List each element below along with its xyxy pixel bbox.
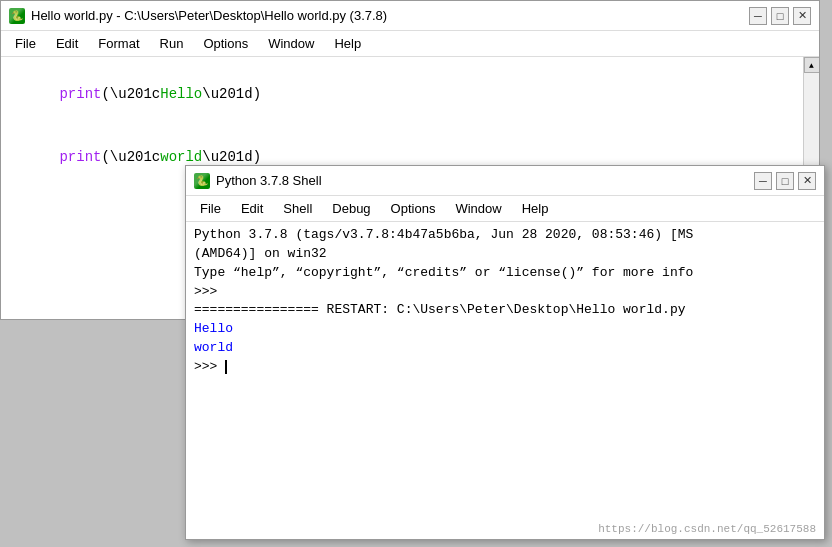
editor-menu-options[interactable]: Options bbox=[193, 33, 258, 54]
shell-menu-shell[interactable]: Shell bbox=[273, 198, 322, 219]
code-close-2: \u201d) bbox=[202, 149, 261, 165]
shell-maximize-button[interactable]: □ bbox=[776, 172, 794, 190]
shell-menu-window[interactable]: Window bbox=[445, 198, 511, 219]
shell-menu-help[interactable]: Help bbox=[512, 198, 559, 219]
close-button[interactable]: ✕ bbox=[793, 7, 811, 25]
shell-menu-file[interactable]: File bbox=[190, 198, 231, 219]
editor-menu-window[interactable]: Window bbox=[258, 33, 324, 54]
scrollbar-up-arrow[interactable]: ▲ bbox=[804, 57, 820, 73]
shell-menu-options[interactable]: Options bbox=[381, 198, 446, 219]
shell-output-line-3: Type “help”, “copyright”, “credits” or “… bbox=[194, 264, 816, 283]
shell-title-group: 🐍 Python 3.7.8 Shell bbox=[194, 173, 322, 189]
shell-window: 🐍 Python 3.7.8 Shell ─ □ ✕ File Edit She… bbox=[185, 165, 825, 540]
shell-menu-edit[interactable]: Edit bbox=[231, 198, 273, 219]
editor-menu-help[interactable]: Help bbox=[324, 33, 371, 54]
editor-menubar: File Edit Format Run Options Window Help bbox=[1, 31, 819, 57]
shell-prompt-1: >>> bbox=[194, 283, 816, 302]
shell-titlebar: 🐍 Python 3.7.8 Shell ─ □ ✕ bbox=[186, 166, 824, 196]
editor-menu-file[interactable]: File bbox=[5, 33, 46, 54]
maximize-button[interactable]: □ bbox=[771, 7, 789, 25]
string-hello: Hello bbox=[160, 86, 202, 102]
code-paren-2: (\u201c bbox=[101, 149, 160, 165]
shell-menu-debug[interactable]: Debug bbox=[322, 198, 380, 219]
shell-output-line-2: (AMD64)] on win32 bbox=[194, 245, 816, 264]
shell-menubar: File Edit Shell Debug Options Window Hel… bbox=[186, 196, 824, 222]
editor-titlebar: 🐍 Hello world.py - C:\Users\Peter\Deskto… bbox=[1, 1, 819, 31]
keyword-print-1: print bbox=[59, 86, 101, 102]
editor-menu-format[interactable]: Format bbox=[88, 33, 149, 54]
watermark: https://blog.csdn.net/qq_52617588 bbox=[598, 523, 816, 535]
shell-close-button[interactable]: ✕ bbox=[798, 172, 816, 190]
editor-menu-edit[interactable]: Edit bbox=[46, 33, 88, 54]
editor-icon: 🐍 bbox=[9, 8, 25, 24]
code-paren-1: (\u201c bbox=[101, 86, 160, 102]
code-close-1: \u201d) bbox=[202, 86, 261, 102]
minimize-button[interactable]: ─ bbox=[749, 7, 767, 25]
shell-output-hello: Hello bbox=[194, 320, 816, 339]
shell-content-area[interactable]: Python 3.7.8 (tags/v3.7.8:4b47a5b6ba, Ju… bbox=[186, 222, 824, 539]
editor-controls[interactable]: ─ □ ✕ bbox=[749, 7, 811, 25]
shell-output-line-1: Python 3.7.8 (tags/v3.7.8:4b47a5b6ba, Ju… bbox=[194, 226, 816, 245]
editor-title: Hello world.py - C:\Users\Peter\Desktop\… bbox=[31, 8, 387, 23]
shell-minimize-button[interactable]: ─ bbox=[754, 172, 772, 190]
shell-separator-line: ================ RESTART: C:\Users\Peter… bbox=[194, 301, 816, 320]
shell-controls[interactable]: ─ □ ✕ bbox=[754, 172, 816, 190]
editor-title-group: 🐍 Hello world.py - C:\Users\Peter\Deskto… bbox=[9, 8, 387, 24]
shell-icon: 🐍 bbox=[194, 173, 210, 189]
editor-menu-run[interactable]: Run bbox=[150, 33, 194, 54]
shell-prompt-2: >>> bbox=[194, 358, 816, 377]
keyword-print-2: print bbox=[59, 149, 101, 165]
code-line-1: print(\u201cHello\u201d) bbox=[9, 63, 811, 126]
shell-title: Python 3.7.8 Shell bbox=[216, 173, 322, 188]
string-world: world bbox=[160, 149, 202, 165]
shell-output-world: world bbox=[194, 339, 816, 358]
cursor-blink bbox=[225, 360, 227, 374]
